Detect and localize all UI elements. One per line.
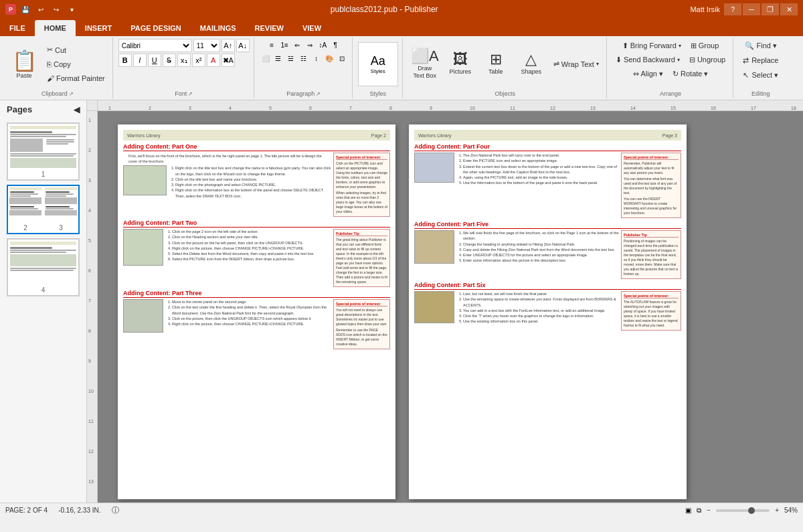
ungroup-button[interactable]: ⊟ Ungroup — [686, 53, 729, 66]
strikethrough-button[interactable]: S̶ — [163, 54, 176, 67]
view-single-button[interactable]: ▣ — [685, 507, 691, 514]
app-body: Pages ◀ — [0, 100, 803, 503]
page-thumbnail-4[interactable]: 4 — [7, 238, 80, 296]
draw-text-box-button[interactable]: ⬜A Draw Text Box — [408, 42, 442, 86]
page-info: PAGE: 2 OF 4 — [5, 507, 48, 514]
help-button[interactable]: ? — [724, 3, 741, 15]
tab-insert[interactable]: INSERT — [76, 20, 121, 36]
paste-button[interactable]: 📋 Paste — [7, 42, 41, 86]
bold-button[interactable]: B — [118, 54, 132, 67]
align-center-button[interactable]: ☰ — [272, 52, 284, 64]
font-size-select[interactable]: 11 — [193, 39, 220, 52]
borders-button[interactable]: ⊡ — [336, 52, 348, 64]
copy-icon: ⎘ — [47, 60, 52, 68]
table-button[interactable]: ⊞ Table — [479, 42, 513, 86]
paragraph-expand-icon[interactable]: ↗ — [316, 91, 321, 97]
title-bar-left: P 💾 ↩ ↪ ▾ — [5, 3, 78, 16]
font-color-button[interactable]: A — [207, 54, 220, 67]
save-button[interactable]: 💾 — [19, 3, 32, 16]
undo-button[interactable]: ↩ — [34, 3, 48, 16]
redo-button[interactable]: ↪ — [50, 3, 63, 16]
close-button[interactable]: ✕ — [780, 3, 798, 15]
sort-button[interactable]: ↕A — [317, 39, 329, 51]
tab-file[interactable]: FILE — [0, 20, 35, 36]
indent-button[interactable]: ⇒ — [304, 39, 316, 51]
page2-s1-img1 — [123, 165, 167, 195]
tab-page-design[interactable]: PAGE DESIGN — [121, 20, 191, 36]
pages-collapse-arrow[interactable]: ◀ — [74, 105, 80, 114]
objects-content: ⬜A Draw Text Box 🖼 Pictures ⊞ Table △ Sh… — [408, 39, 602, 89]
bring-forward-icon: ⬆ — [622, 41, 628, 50]
clipboard-expand-icon[interactable]: ↗ — [69, 91, 74, 97]
ruler-vertical: 1 2 3 4 5 6 7 8 9 10 11 12 13 — [87, 111, 98, 503]
page2-s2-list: Click on the page 2 icon on the left sid… — [165, 229, 331, 266]
arrange-row-1: ⬆ Bring Forward ▾ ⊞ Group — [619, 39, 723, 52]
clear-format-button[interactable]: ✖A — [221, 54, 235, 67]
page2-s2-sidebar: Publisher Tip The great thing about Publ… — [333, 229, 390, 287]
copy-button[interactable]: ⎘ Copy — [43, 58, 108, 71]
zoom-out-icon[interactable]: − — [707, 507, 711, 514]
ribbon-group-font: Calibri 11 A↑ A↓ B I U S̶ x₁ x² A ✖A Fon… — [114, 37, 254, 98]
restore-button[interactable]: ❐ — [762, 3, 779, 15]
ungroup-icon: ⊟ — [689, 56, 695, 64]
underline-button[interactable]: U — [148, 54, 161, 67]
align-button[interactable]: ⇔ Align ▾ — [630, 67, 667, 80]
page-thumbnail-23[interactable]: 2 3 — [7, 185, 80, 234]
styles-gallery[interactable]: Aa Styles — [358, 42, 398, 86]
shading-button[interactable]: 🎨 — [323, 52, 335, 64]
align-left-button[interactable]: ⬜ — [260, 52, 272, 64]
page2-section1-title: Adding Content: Part One — [123, 143, 390, 151]
page2-s3-sidebar: Special points of interest: You will not… — [333, 299, 390, 349]
zoom-slider[interactable] — [716, 509, 770, 512]
page2-section3-title: Adding Content: Part Three — [123, 290, 390, 298]
line-spacing-button[interactable]: ↕ — [310, 52, 323, 64]
cut-button[interactable]: ✂ Cut — [43, 43, 108, 57]
font-expand-icon[interactable]: ↗ — [188, 91, 193, 97]
replace-button[interactable]: ⇄ Replace — [739, 54, 782, 67]
zoom-in-icon[interactable]: + — [775, 507, 779, 514]
pictures-button[interactable]: 🖼 Pictures — [444, 42, 477, 86]
view-spread-button[interactable]: ⧉ — [697, 507, 701, 515]
select-button[interactable]: ↖ Select ▾ — [739, 68, 782, 82]
editing-label: Editing — [739, 89, 782, 98]
send-backward-button[interactable]: ⬇ Send Backward ▾ — [612, 53, 683, 66]
rotate-button[interactable]: ↻ Rotate ▾ — [669, 67, 711, 80]
group-button[interactable]: ⊞ Group — [687, 39, 723, 52]
page2-s1-list: Right click on the title text box and ch… — [169, 165, 331, 199]
ruler-corner — [87, 100, 98, 111]
minimize-button[interactable]: ─ — [743, 3, 760, 15]
page3-section2-title: Adding Content: Part Five — [414, 221, 681, 229]
align-right-button[interactable]: ☱ — [285, 52, 297, 64]
customize-qa-button[interactable]: ▾ — [65, 3, 78, 16]
subscript-button[interactable]: x₁ — [177, 54, 191, 67]
wrap-text-button[interactable]: ⇌ Wrap Text ▾ — [550, 58, 602, 71]
clipboard-label: Clipboard ↗ — [7, 89, 108, 98]
justify-button[interactable]: ☷ — [298, 52, 310, 64]
font-row-2: B I U S̶ x₁ x² A ✖A — [118, 54, 235, 67]
title-bar: P 💾 ↩ ↪ ▾ publclass2012.pub - Publisher … — [0, 0, 803, 19]
show-format-button[interactable]: ¶ — [329, 39, 341, 51]
shapes-button[interactable]: △ Shapes — [515, 42, 548, 86]
page2-section2-title: Adding Content: Part Two — [123, 219, 390, 228]
decrease-font-button[interactable]: A↓ — [236, 39, 250, 52]
outdent-button[interactable]: ⇐ — [291, 39, 303, 51]
page-thumbnail-1[interactable]: 1 — [7, 122, 80, 181]
numbering-button[interactable]: 1≡ — [278, 39, 290, 51]
increase-font-button[interactable]: A↑ — [221, 39, 235, 52]
canvas-area[interactable]: /* ruler drawn below */ 1 2 3 4 5 6 7 8 … — [87, 100, 803, 503]
format-painter-button[interactable]: 🖌 Format Painter — [43, 72, 108, 85]
tab-view[interactable]: VIEW — [293, 20, 331, 36]
tab-review[interactable]: REVIEW — [246, 20, 293, 36]
superscript-button[interactable]: x² — [192, 54, 205, 67]
bullets-button[interactable]: ≡ — [266, 39, 278, 51]
find-button[interactable]: 🔍 Find ▾ — [741, 39, 781, 52]
paragraph-row-2: ⬜ ☰ ☱ ☷ ↕ 🎨 ⊡ — [260, 52, 348, 64]
font-row-1: Calibri 11 A↑ A↓ — [118, 39, 250, 52]
tab-mailings[interactable]: MAILINGS — [191, 20, 246, 36]
rotate-icon: ↻ — [673, 70, 679, 78]
font-name-select[interactable]: Calibri — [118, 39, 192, 52]
bring-forward-button[interactable]: ⬆ Bring Forward ▾ — [619, 39, 685, 52]
italic-button[interactable]: I — [133, 54, 147, 67]
tab-home[interactable]: HOME — [35, 20, 76, 36]
page3-s1-img — [414, 153, 454, 183]
